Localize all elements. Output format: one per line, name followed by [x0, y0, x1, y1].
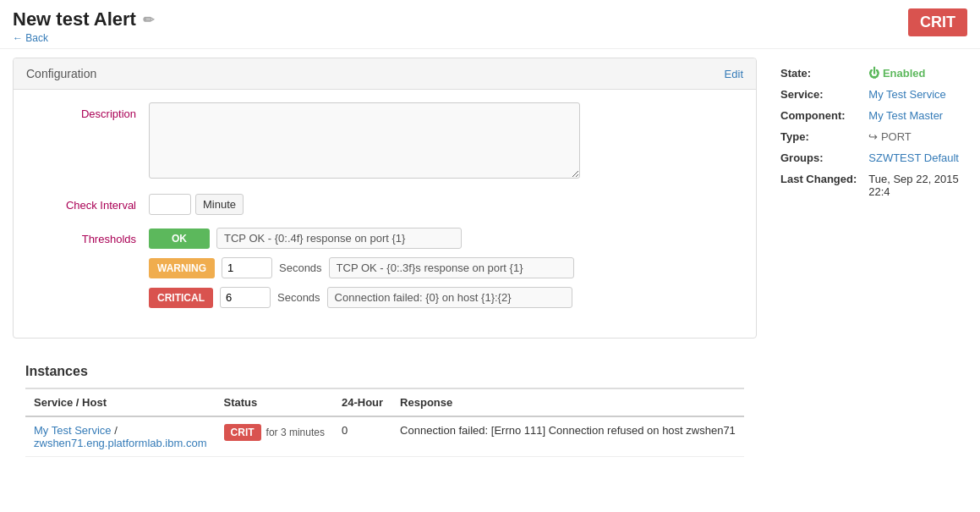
last-changed-value: Tue, Sep 22, 2015 22:4 [863, 169, 966, 201]
threshold-ok-badge: OK [149, 228, 210, 249]
type-label: Type: [775, 127, 862, 146]
groups-link[interactable]: SZWTEST Default [868, 151, 959, 164]
info-table: State: ⏻ Enabled Service: My Test Servic… [774, 62, 967, 203]
table-row: My Test Service / zwshen71.eng.platforml… [25, 416, 744, 457]
instances-table: Service / Host Status 24-Hour Response M… [25, 388, 744, 457]
back-link[interactable]: ← Back [13, 32, 154, 44]
status-cell: CRIT for 3 minutes [216, 416, 333, 457]
response-cell: Connection failed: [Errno 111] Connectio… [391, 416, 744, 457]
left-panel: Configuration Edit Description Check Int… [13, 58, 757, 465]
page-title: New test Alert ✏ [13, 8, 154, 30]
threshold-warning-unit: Seconds [279, 262, 322, 274]
info-last-changed-row: Last Changed: Tue, Sep 22, 2015 22:4 [775, 169, 966, 201]
type-icon: ↪ [868, 130, 878, 143]
info-service-row: Service: My Test Service [775, 85, 966, 104]
title-edit-icon[interactable]: ✏ [143, 12, 154, 28]
threshold-critical-unit: Seconds [277, 291, 320, 304]
threshold-critical-message[interactable] [327, 287, 572, 308]
threshold-critical-row: CRITICAL Seconds [149, 287, 739, 308]
config-card: Configuration Edit Description Check Int… [13, 58, 757, 339]
config-section-title: Configuration [26, 67, 96, 80]
enabled-text: Enabled [883, 67, 926, 80]
instances-table-header: Service / Host Status 24-Hour Response [25, 388, 744, 416]
main-content: Configuration Edit Description Check Int… [0, 49, 980, 474]
right-panel: State: ⏻ Enabled Service: My Test Servic… [774, 58, 967, 465]
info-state-row: State: ⏻ Enabled [775, 63, 966, 83]
threshold-ok-row: OK [149, 228, 739, 249]
page-title-text: New test Alert [13, 8, 136, 30]
groups-value: SZWTEST Default [863, 148, 966, 168]
col-status: Status [216, 388, 333, 416]
service-value: My Test Service [863, 85, 966, 104]
instances-title: Instances [25, 364, 744, 379]
thresholds-row: Thresholds OK WARNING Seconds [30, 228, 739, 308]
info-type-row: Type: ↪ PORT [775, 127, 966, 146]
service-host-cell: My Test Service / zwshen71.eng.platforml… [25, 416, 216, 457]
last-changed-label: Last Changed: [775, 169, 862, 201]
interval-input[interactable]: 1 [149, 194, 191, 215]
threshold-warning-message[interactable] [329, 257, 574, 278]
type-text: PORT [881, 130, 912, 143]
service-label: Service: [775, 85, 862, 104]
component-value: My Test Master [863, 106, 966, 125]
title-area: New test Alert ✏ ← Back [13, 8, 154, 44]
type-value: ↪ PORT [863, 127, 966, 146]
page-header: New test Alert ✏ ← Back CRIT [0, 0, 980, 49]
check-interval-row: Check Interval 1 Minute [30, 194, 739, 215]
thresholds-control: OK WARNING Seconds CRITICAL [149, 228, 739, 308]
col-service-host: Service / Host [25, 388, 216, 416]
description-row: Description [30, 102, 739, 181]
threshold-warning-row: WARNING Seconds [149, 257, 739, 278]
state-value: ⏻ Enabled [863, 63, 966, 83]
description-control [149, 102, 739, 181]
threshold-critical-value[interactable] [220, 287, 271, 308]
instances-section: Instances Service / Host Status 24-Hour … [13, 355, 757, 465]
threshold-warning-value[interactable] [222, 257, 272, 278]
col-response: Response [391, 388, 744, 416]
service-link[interactable]: My Test Service [868, 88, 946, 101]
interval-unit: Minute [195, 194, 244, 215]
thresholds-label: Thresholds [30, 228, 149, 245]
config-card-header: Configuration Edit [14, 58, 756, 90]
threshold-ok-message[interactable] [216, 228, 462, 249]
status-duration: for 3 minutes [266, 427, 325, 438]
component-label: Component: [775, 106, 862, 125]
col-24hour: 24-Hour [333, 388, 391, 416]
description-label: Description [30, 102, 149, 120]
enabled-icon: ⏻ [868, 67, 883, 80]
threshold-warning-badge: WARNING [149, 258, 215, 278]
host-link[interactable]: zwshen71.eng.platformlab.ibm.com [34, 437, 207, 449]
status-cell-content: CRIT for 3 minutes [224, 424, 325, 441]
hours24-cell: 0 [333, 416, 391, 457]
info-component-row: Component: My Test Master [775, 106, 966, 125]
check-interval-control: 1 Minute [149, 194, 739, 215]
component-link[interactable]: My Test Master [868, 109, 943, 122]
crit-badge: CRIT [908, 8, 967, 36]
description-input[interactable] [149, 102, 580, 179]
status-badge: CRIT [224, 424, 261, 441]
info-groups-row: Groups: SZWTEST Default [775, 148, 966, 168]
threshold-critical-badge: CRITICAL [149, 288, 213, 308]
check-interval-label: Check Interval [30, 194, 149, 212]
config-card-body: Description Check Interval 1 Minute Thre… [14, 90, 756, 338]
config-edit-link[interactable]: Edit [725, 68, 743, 80]
groups-label: Groups: [775, 148, 862, 168]
state-label: State: [775, 63, 862, 83]
service-link[interactable]: My Test Service [34, 424, 112, 437]
